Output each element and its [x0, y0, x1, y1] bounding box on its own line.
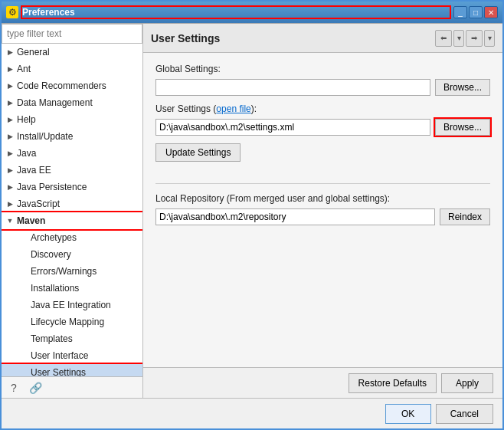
tree-label-install-update: Install/Update — [15, 131, 73, 142]
tree-label-installations: Installations — [29, 283, 79, 294]
tree-label-java-ee: Java EE — [15, 165, 51, 176]
right-content: Global Settings: Browse... User Settings… — [143, 53, 502, 367]
tree-arrow-code-recommenders — [5, 80, 15, 91]
tree-item-installations[interactable]: Installations — [2, 280, 142, 297]
tree-arrow-data-management — [5, 97, 15, 108]
user-settings-label: User Settings (open file): — [155, 103, 490, 114]
apply-button[interactable]: Apply — [441, 373, 493, 393]
tree-arrow-help — [5, 114, 15, 125]
tree-label-discovery: Discovery — [29, 249, 71, 260]
tree-item-java[interactable]: Java — [2, 145, 142, 162]
right-footer: Restore Defaults Apply — [143, 367, 502, 398]
dialog-body: GeneralAntCode RecommendersData Manageme… — [2, 23, 502, 398]
back-dropdown[interactable]: ▾ — [453, 30, 464, 47]
tree-arrow-javascript — [5, 199, 15, 209]
global-settings-label: Global Settings: — [155, 64, 490, 74]
bottom-panel-left: ? 🔗 — [2, 376, 142, 398]
ok-button[interactable]: OK — [385, 404, 431, 424]
cancel-button[interactable]: Cancel — [436, 404, 493, 424]
restore-defaults-button[interactable]: Restore Defaults — [349, 373, 437, 393]
tree-label-templates: Templates — [29, 333, 73, 344]
tree-item-install-update[interactable]: Install/Update — [2, 128, 142, 145]
tree-label-maven: Maven — [15, 215, 45, 226]
tree-item-help[interactable]: Help — [2, 111, 142, 128]
right-panel-title: User Settings — [151, 32, 220, 44]
tree-label-user-settings: User Settings — [29, 367, 86, 376]
minimize-button[interactable]: _ — [453, 6, 467, 18]
nav-controls: ⬅ ▾ ➡ ▾ — [435, 30, 495, 47]
window-controls: _ □ ✕ — [453, 6, 498, 18]
tree-item-java-persistence[interactable]: Java Persistence — [2, 179, 142, 195]
left-panel: GeneralAntCode RecommendersData Manageme… — [2, 24, 143, 398]
right-panel: User Settings ⬅ ▾ ➡ ▾ Global Settings: B… — [143, 24, 502, 398]
tree-item-java-ee[interactable]: Java EE — [2, 162, 142, 179]
close-button[interactable]: ✕ — [484, 6, 498, 18]
tree-label-errors-warnings: Errors/Warnings — [29, 266, 97, 277]
tree-label-java: Java — [15, 148, 36, 159]
tree-arrow-java — [5, 148, 15, 159]
user-settings-browse-button[interactable]: Browse... — [435, 119, 490, 136]
tree-item-ant[interactable]: Ant — [2, 61, 142, 77]
tree-label-general: General — [15, 47, 50, 57]
tree-label-lifecycle-mapping: Lifecycle Mapping — [29, 317, 104, 327]
user-settings-row: Browse... — [155, 119, 490, 136]
open-file-link[interactable]: open file — [216, 103, 250, 114]
forward-dropdown[interactable]: ▾ — [484, 30, 495, 47]
tree-label-user-interface: User Interface — [29, 350, 88, 361]
tree-label-ant: Ant — [15, 64, 31, 74]
tree-label-data-management: Data Management — [15, 97, 93, 108]
tree-item-javascript[interactable]: JavaScript — [2, 195, 142, 212]
tree-arrow-java-persistence — [5, 182, 15, 192]
update-settings-button[interactable]: Update Settings — [155, 143, 241, 162]
tree-item-user-interface[interactable]: User Interface — [2, 347, 142, 364]
local-repo-input[interactable] — [155, 208, 435, 225]
tree-item-general[interactable]: General — [2, 44, 142, 61]
dialog-title: Preferences — [22, 7, 450, 18]
tree-label-java-ee-integration: Java EE Integration — [29, 300, 111, 310]
tree-label-archetypes: Archetypes — [29, 232, 77, 243]
local-repo-label: Local Repository (From merged user and g… — [155, 193, 490, 204]
tree-item-archetypes[interactable]: Archetypes — [2, 229, 142, 246]
tree-label-javascript: JavaScript — [15, 199, 60, 209]
tree-item-errors-warnings[interactable]: Errors/Warnings — [2, 263, 142, 280]
tree-item-code-recommenders[interactable]: Code Recommenders — [2, 77, 142, 94]
tree-item-maven[interactable]: Maven — [2, 212, 142, 229]
global-browse-button[interactable]: Browse... — [435, 79, 490, 96]
tree-item-discovery[interactable]: Discovery — [2, 246, 142, 263]
back-button[interactable]: ⬅ — [435, 30, 452, 47]
tree-arrow-install-update — [5, 131, 15, 142]
tree-arrow-general — [5, 47, 15, 57]
local-repo-row: Reindex — [155, 208, 490, 225]
tree-label-java-persistence: Java Persistence — [15, 182, 87, 192]
tree-item-data-management[interactable]: Data Management — [2, 94, 142, 111]
dialog-icon: ⚙ — [6, 6, 18, 18]
tree-item-templates[interactable]: Templates — [2, 330, 142, 347]
filter-input[interactable] — [2, 24, 142, 44]
title-bar: ⚙ Preferences _ □ ✕ — [2, 2, 502, 23]
tree-arrow-java-ee — [5, 165, 15, 176]
reindex-button[interactable]: Reindex — [440, 208, 490, 225]
user-settings-input[interactable] — [155, 119, 430, 136]
preferences-dialog: ⚙ Preferences _ □ ✕ GeneralAntCode Recom… — [0, 0, 504, 430]
divider — [155, 183, 490, 184]
tree-label-code-recommenders: Code Recommenders — [15, 80, 106, 91]
tree-item-lifecycle-mapping[interactable]: Lifecycle Mapping — [2, 313, 142, 330]
tree-container: GeneralAntCode RecommendersData Manageme… — [2, 44, 142, 376]
maximize-button[interactable]: □ — [469, 6, 483, 18]
global-settings-input[interactable] — [155, 79, 430, 96]
info-icon-btn[interactable]: 🔗 — [28, 380, 43, 396]
global-settings-row: Browse... — [155, 79, 490, 96]
dialog-footer: OK Cancel — [2, 398, 502, 428]
tree-item-java-ee-integration[interactable]: Java EE Integration — [2, 297, 142, 313]
tree-label-help: Help — [15, 114, 36, 125]
tree-arrow-maven — [5, 215, 15, 226]
right-header: User Settings ⬅ ▾ ➡ ▾ — [143, 24, 502, 53]
help-icon-btn[interactable]: ? — [6, 380, 21, 396]
tree-item-user-settings[interactable]: User Settings — [2, 364, 142, 376]
forward-button[interactable]: ➡ — [466, 30, 483, 47]
tree-arrow-ant — [5, 64, 15, 74]
